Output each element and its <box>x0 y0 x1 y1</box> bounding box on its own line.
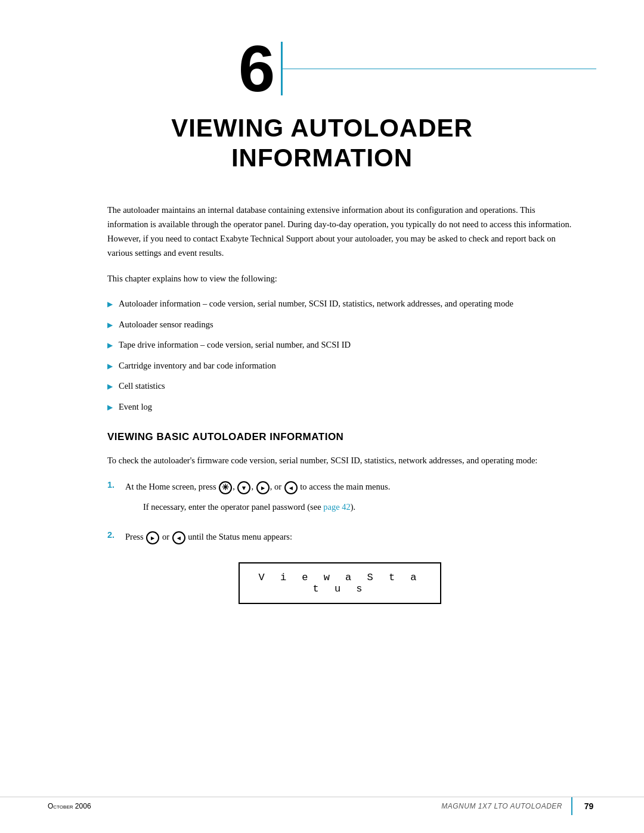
step-content-1: At the Home screen, press ✳, ▾, ▸, or ◂ … <box>125 480 572 521</box>
asterisk-button-icon: ✳ <box>219 481 232 494</box>
chapter-header: 6 <box>0 0 644 101</box>
left-button-icon: ◂ <box>284 481 298 494</box>
bullet-arrow-icon: ▶ <box>107 381 113 392</box>
chapter-number-block: 6 <box>239 36 283 101</box>
left-button-icon-2: ◂ <box>172 531 185 544</box>
bullet-text: Cell statistics <box>119 379 572 392</box>
step-number-2: 2. <box>107 530 118 540</box>
bullet-arrow-icon: ▶ <box>107 361 113 372</box>
step-content-2: Press ▸ or ◂ until the Status menu appea… <box>125 530 572 550</box>
section-heading: Viewing Basic Autoloader Information <box>107 431 572 443</box>
list-item: ▶ Cartridge inventory and bar code infor… <box>107 359 572 372</box>
footer-product: Magnum 1x7 LTO Autoloader <box>219 802 562 810</box>
bullet-arrow-icon: ▶ <box>107 299 113 310</box>
bullet-text: Event log <box>119 400 572 413</box>
chapter-title: Viewing Autoloader Information <box>72 113 572 174</box>
section-heading-text: Viewing Basic Autoloader Information <box>107 431 343 442</box>
bullet-text: Tape drive information – code version, s… <box>119 338 572 351</box>
content-area: The autoloader maintains an internal dat… <box>0 203 644 604</box>
chapter-title-line1: Viewing Autoloader <box>171 114 473 142</box>
step-item-1: 1. At the Home screen, press ✳, ▾, ▸, or… <box>107 480 572 521</box>
footer-date-text: October 2006 <box>48 802 91 810</box>
intro-paragraph: The autoloader maintains an internal dat… <box>107 203 572 261</box>
chapter-explains-text: This chapter explains how to view the fo… <box>107 272 572 286</box>
footer-page-number: 79 <box>581 801 596 811</box>
chapter-horizontal-line <box>283 69 596 69</box>
bullet-arrow-icon: ▶ <box>107 320 113 331</box>
step-2-text: Press ▸ or ◂ until the Status menu appea… <box>125 530 572 544</box>
bullet-text: Autoloader sensor readings <box>119 318 572 331</box>
bullet-arrow-icon: ▶ <box>107 402 113 413</box>
step-number-1: 1. <box>107 480 118 490</box>
page-container: 6 Viewing Autoloader Information The aut… <box>0 0 644 833</box>
right-button-icon-2: ▸ <box>146 531 159 544</box>
chapter-title-block: Viewing Autoloader Information <box>0 113 644 174</box>
step-1-text: At the Home screen, press ✳, ▾, ▸, or ◂ … <box>125 480 572 494</box>
page-42-link[interactable]: page 42 <box>323 502 351 512</box>
step-item-2: 2. Press ▸ or ◂ until the Status menu ap… <box>107 530 572 550</box>
list-item: ▶ Autoloader sensor readings <box>107 318 572 331</box>
footer-divider <box>571 797 572 815</box>
step-1-sub-note: If necessary, enter the operator panel p… <box>125 500 572 515</box>
chapter-number: 6 <box>239 36 275 101</box>
status-display-text: V i e w a S t a t u s <box>258 572 421 594</box>
bullet-text: Cartridge inventory and bar code informa… <box>119 359 572 372</box>
footer-date: October 2006 <box>48 802 219 810</box>
page-footer: October 2006 Magnum 1x7 LTO Autoloader 7… <box>0 797 644 815</box>
down-button-icon: ▾ <box>237 481 250 494</box>
chapter-title-line2: Information <box>231 144 413 172</box>
list-item: ▶ Cell statistics <box>107 379 572 392</box>
status-display-box: V i e w a S t a t u s <box>239 562 441 604</box>
bullet-text: Autoloader information – code version, s… <box>119 297 572 310</box>
bullet-list: ▶ Autoloader information – code version,… <box>107 297 572 413</box>
section-intro: To check the autoloader's firmware code … <box>107 454 572 468</box>
list-item: ▶ Tape drive information – code version,… <box>107 338 572 351</box>
list-item: ▶ Autoloader information – code version,… <box>107 297 572 310</box>
list-item: ▶ Event log <box>107 400 572 413</box>
right-button-icon: ▸ <box>256 481 270 494</box>
numbered-steps: 1. At the Home screen, press ✳, ▾, ▸, or… <box>107 480 572 550</box>
bullet-arrow-icon: ▶ <box>107 340 113 351</box>
